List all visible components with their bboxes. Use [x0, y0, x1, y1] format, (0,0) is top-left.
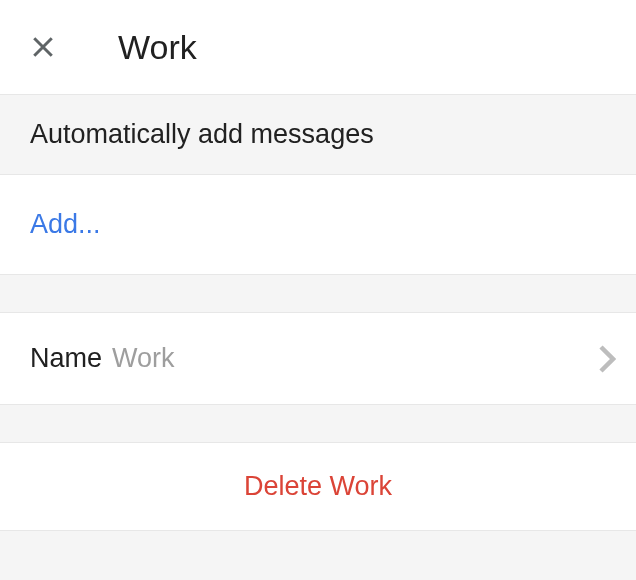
add-link: Add...: [30, 209, 101, 239]
section-spacer-2: [0, 405, 636, 443]
section-header-auto-add: Automatically add messages: [0, 94, 636, 175]
titlebar: Work: [0, 0, 636, 94]
delete-label: Delete Work: [244, 471, 392, 502]
name-label: Name: [30, 343, 102, 374]
chevron-right-icon: [598, 344, 616, 374]
name-value: Work: [112, 343, 598, 374]
name-row[interactable]: Name Work: [0, 313, 636, 405]
bottom-gap: [0, 531, 636, 561]
add-row[interactable]: Add...: [0, 175, 636, 275]
section-spacer: [0, 275, 636, 313]
page-title: Work: [118, 28, 197, 67]
delete-row[interactable]: Delete Work: [0, 443, 636, 531]
close-icon[interactable]: [28, 32, 58, 62]
